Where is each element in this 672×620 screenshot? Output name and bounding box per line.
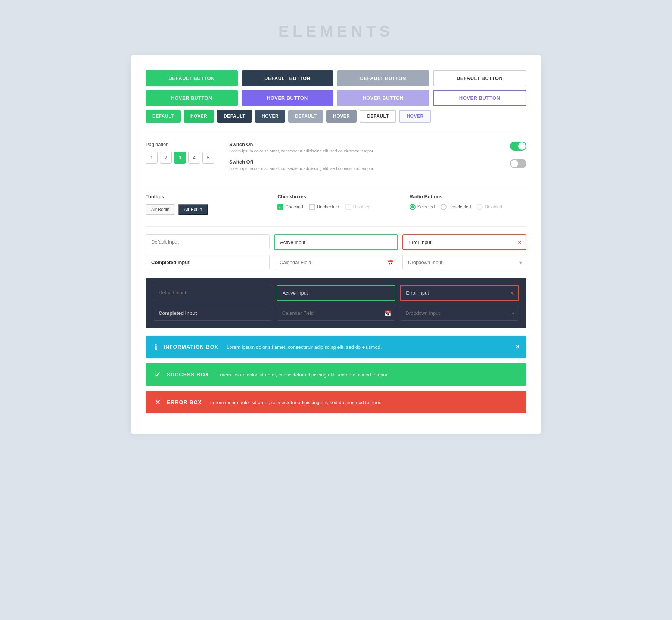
pagination-pages: 1 2 3 4 5 [146, 152, 214, 164]
page-btn-5[interactable]: 5 [202, 152, 214, 164]
page-btn-2[interactable]: 2 [160, 152, 172, 164]
input-active-dark [277, 285, 396, 301]
active-input-dark[interactable] [277, 285, 396, 301]
default-button-green[interactable]: Default Button [146, 70, 238, 86]
tooltips-block: Tooltips Air Berlin Air Berlin [146, 194, 262, 215]
toggle-on-knob [518, 142, 526, 150]
inputs-section-dark: ✕ 📅 ▾ [146, 278, 526, 328]
alert-success: ✔ SUCCESS BOX Lorem ipsum dolor sit amet… [146, 363, 526, 386]
button-row-1: Default Button Default Button Default Bu… [146, 70, 526, 86]
toggle-on[interactable] [510, 142, 526, 151]
success-text: Lorem ipsum dolor sit amet, consectetur … [217, 372, 389, 378]
calendar-input-light[interactable] [274, 255, 398, 270]
hover-button-green[interactable]: Hover Button [146, 90, 238, 106]
lower-mid-section: Tooltips Air Berlin Air Berlin Checkboxe… [146, 194, 526, 215]
tooltip-plain-btn[interactable]: Air Berlin [146, 204, 175, 215]
pagination-label: Pagination [146, 142, 214, 147]
buttons-section: Default Button Default Button Default Bu… [146, 70, 526, 123]
radio-disabled-circle [477, 204, 483, 210]
checkbox-checked-label: Checked [285, 204, 303, 210]
dropdown-input-light[interactable] [402, 255, 526, 270]
page-btn-4[interactable]: 4 [188, 152, 200, 164]
radio-selected-label: Selected [417, 204, 435, 210]
completed-input-dark[interactable] [153, 306, 272, 321]
switch-on-desc: Lorem ipsum dolor sit amet, consectetur … [229, 149, 510, 153]
button-row-3: Default Hover Default Hover Default Hove… [146, 110, 526, 123]
checkbox-unchecked[interactable]: Unchecked [309, 204, 339, 210]
checkbox-unchecked-box [309, 204, 315, 210]
alert-error: ✕ ERROR BOX Lorem ipsum dolor sit amet, … [146, 391, 526, 413]
sm-default-button-dark[interactable]: Default [217, 110, 252, 123]
default-button-outline[interactable]: Default Button [433, 70, 527, 86]
sm-hover-button-gray[interactable]: Hover [326, 110, 357, 123]
sm-hover-button-green[interactable]: Hover [184, 110, 214, 123]
radio-block: Radio Buttons Selected Unselected Disabl… [410, 194, 526, 215]
error-icon-light: ✕ [517, 239, 522, 245]
divider-1 [146, 134, 526, 134]
page-btn-3[interactable]: 3 [174, 152, 186, 164]
error-title: ERROR BOX [167, 399, 202, 405]
sm-default-button-green[interactable]: Default [146, 110, 181, 123]
dropdown-icon-dark: ▾ [512, 310, 514, 316]
tooltip-dark-btn[interactable]: Air Berlin [178, 204, 208, 215]
switch-off-text: Switch Off Lorem ipsum dolor sit amet, c… [229, 159, 510, 171]
sm-hover-button-dark[interactable]: Hover [255, 110, 285, 123]
toggle-off[interactable] [510, 159, 526, 168]
tooltip-buttons: Air Berlin Air Berlin [146, 204, 262, 215]
input-dropdown-light: ▾ [402, 255, 526, 270]
default-input-light[interactable] [146, 234, 270, 249]
default-button-gray[interactable]: Default Button [337, 70, 429, 86]
page-btn-1[interactable]: 1 [146, 152, 158, 164]
radio-selected[interactable]: Selected [410, 204, 435, 210]
default-button-dark[interactable]: Default Button [242, 70, 334, 86]
completed-input-light[interactable] [146, 255, 270, 270]
error-input-dark[interactable] [400, 285, 519, 301]
input-active-light [274, 234, 398, 250]
radio-disabled-label: Disabled [485, 204, 502, 210]
info-close-icon[interactable]: ✕ [515, 343, 520, 351]
sm-default-button-outline[interactable]: Default [360, 110, 396, 123]
hover-button-purple-light[interactable]: Hover Button [337, 90, 429, 106]
error-text: Lorem ipsum dolor sit amet, consectetur … [210, 400, 382, 405]
calendar-input-dark[interactable] [277, 306, 396, 321]
input-default-light [146, 234, 270, 250]
active-input-light[interactable] [274, 234, 398, 250]
input-default-dark [153, 285, 272, 301]
inputs-section-light: ✕ 📅 ▾ [146, 234, 526, 270]
success-icon: ✔ [155, 370, 161, 379]
error-input-light[interactable] [402, 234, 526, 250]
main-card: Default Button Default Button Default Bu… [131, 55, 541, 434]
error-alert-icon: ✕ [155, 398, 161, 407]
input-error-dark: ✕ [400, 285, 519, 301]
dropdown-input-dark[interactable] [400, 306, 519, 321]
mid-section: Pagination 1 2 3 4 5 Switch On Lorem ips… [146, 142, 526, 177]
sm-hover-button-outline[interactable]: Hover [399, 110, 431, 123]
alert-info: ℹ INFORMATION BOX Lorem ipsum dolor sit … [146, 336, 526, 358]
tooltips-label: Tooltips [146, 194, 262, 199]
switch-off-title: Switch Off [229, 159, 510, 165]
switch-on-row: Switch On Lorem ipsum dolor sit amet, co… [229, 142, 526, 153]
hover-button-outline-purple[interactable]: Hover Button [433, 90, 527, 106]
checkbox-unchecked-label: Unchecked [317, 204, 339, 210]
radio-disabled: Disabled [477, 204, 502, 210]
radio-unselected[interactable]: Unselected [441, 204, 471, 210]
switch-on-text: Switch On Lorem ipsum dolor sit amet, co… [229, 142, 510, 153]
switch-on-title: Switch On [229, 142, 510, 147]
success-title: SUCCESS BOX [167, 372, 209, 378]
checkboxes-block: Checkboxes ✓ Checked Unchecked Disabled [277, 194, 394, 215]
default-input-dark[interactable] [153, 285, 272, 300]
radio-row: Selected Unselected Disabled [410, 204, 526, 210]
input-calendar-dark: 📅 [277, 306, 396, 321]
checkbox-checked-box: ✓ [277, 204, 283, 210]
page-title: ELEMENTS [279, 22, 394, 40]
switches-block: Switch On Lorem ipsum dolor sit amet, co… [229, 142, 526, 177]
info-text: Lorem ipsum dolor sit amet, consectetur … [227, 344, 382, 350]
error-icon-dark: ✕ [510, 290, 514, 296]
hover-button-purple[interactable]: Hover Button [242, 90, 334, 106]
sm-default-button-gray[interactable]: Default [288, 110, 323, 123]
info-icon: ℹ [155, 342, 158, 351]
pagination-block: Pagination 1 2 3 4 5 [146, 142, 214, 177]
checkbox-checked[interactable]: ✓ Checked [277, 204, 303, 210]
radio-label: Radio Buttons [410, 194, 526, 199]
input-calendar-light: 📅 [274, 255, 398, 270]
